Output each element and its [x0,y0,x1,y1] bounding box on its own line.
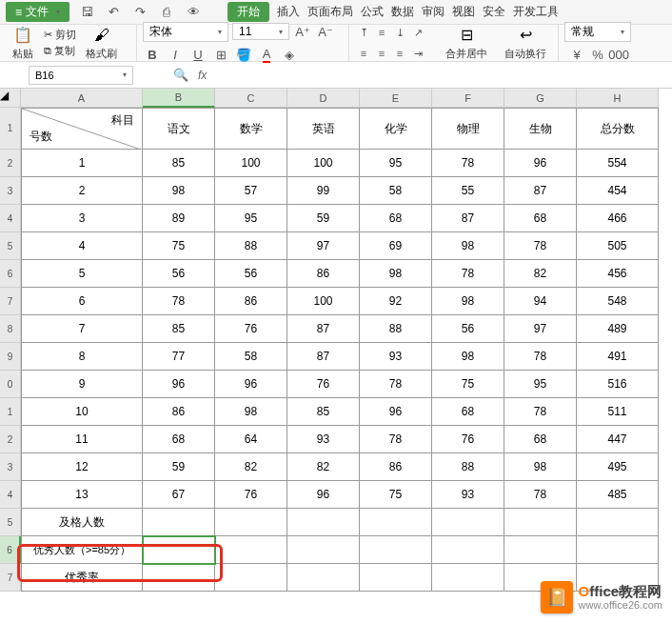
copy-button[interactable]: ⧉ 复制 [44,44,76,58]
cell[interactable] [577,509,659,536]
data-cell[interactable]: 78 [504,481,577,509]
tab-security[interactable]: 安全 [483,4,505,20]
row-header[interactable]: 3 [0,453,21,481]
data-cell[interactable]: 58 [360,177,432,205]
diagonal-header-cell[interactable]: 科目 号数 [21,108,143,150]
tab-review[interactable]: 审阅 [422,4,445,20]
row-header[interactable]: 8 [0,315,21,343]
data-cell[interactable]: 87 [287,343,360,371]
data-cell[interactable]: 87 [287,315,360,343]
col-header-C[interactable]: C [215,89,287,108]
data-cell[interactable]: 78 [432,260,504,288]
data-cell[interactable]: 95 [504,371,577,398]
data-cell[interactable]: 76 [432,426,504,453]
increase-font-icon[interactable]: A⁺ [293,22,312,41]
row-id-cell[interactable]: 4 [21,232,143,260]
data-cell[interactable]: 495 [577,453,659,481]
select-all-corner[interactable]: ◢ [0,89,21,108]
font-name-select[interactable]: 宋体▾ [143,22,228,42]
orientation-icon[interactable]: ↗ [409,24,426,41]
data-cell[interactable]: 88 [215,232,287,260]
data-cell[interactable]: 69 [360,232,432,260]
col-header-H[interactable]: H [577,89,659,108]
redo-icon[interactable]: ↷ [130,3,149,22]
data-cell[interactable]: 96 [215,371,287,398]
data-cell[interactable]: 57 [215,177,287,205]
row-id-cell[interactable]: 2 [21,177,143,205]
tab-formula[interactable]: 公式 [361,4,384,20]
cell[interactable] [432,536,504,564]
pass-count-label[interactable]: 及格人数 [21,509,143,536]
name-box[interactable]: B16▾ [29,66,133,85]
col-header-B[interactable]: B [143,89,215,108]
header-cell[interactable]: 总分数 [577,108,659,150]
data-cell[interactable]: 68 [360,205,432,232]
more-icon[interactable]: ◈ [280,46,299,65]
header-cell[interactable]: 物理 [432,108,504,150]
data-cell[interactable]: 100 [287,288,360,315]
merge-button[interactable]: ⊟ 合并居中 [440,24,493,63]
excellent-rate-label[interactable]: 优秀率 [21,564,143,592]
data-cell[interactable]: 99 [287,177,360,205]
data-cell[interactable]: 505 [577,232,659,260]
data-cell[interactable]: 93 [432,481,504,509]
cell[interactable] [577,536,659,564]
data-cell[interactable]: 59 [143,453,215,481]
data-cell[interactable]: 78 [504,398,577,426]
data-cell[interactable]: 96 [143,371,215,398]
data-cell[interactable]: 76 [215,481,287,509]
row-id-cell[interactable]: 8 [21,343,143,371]
data-cell[interactable]: 68 [504,205,577,232]
cell[interactable] [215,509,287,536]
data-cell[interactable]: 485 [577,481,659,509]
row-id-cell[interactable]: 3 [21,205,143,232]
row-header[interactable]: 1 [0,398,21,426]
data-cell[interactable]: 56 [143,260,215,288]
data-cell[interactable]: 516 [577,371,659,398]
data-cell[interactable]: 88 [432,453,504,481]
currency-icon[interactable]: ¥ [567,46,586,65]
data-cell[interactable]: 68 [432,398,504,426]
data-cell[interactable]: 489 [577,315,659,343]
row-header-16[interactable]: 6 [0,536,21,564]
tab-start[interactable]: 开始 [227,2,269,22]
data-cell[interactable]: 491 [577,343,659,371]
data-cell[interactable]: 78 [432,150,504,177]
data-cell[interactable]: 85 [143,315,215,343]
percent-icon[interactable]: % [588,46,607,65]
number-format-select[interactable]: 常规▾ [564,22,631,42]
align-bottom-icon[interactable]: ⤓ [391,24,408,41]
row-id-cell[interactable]: 11 [21,426,143,453]
row-header[interactable]: 4 [0,205,21,232]
col-header-A[interactable]: A [21,89,143,108]
row-id-cell[interactable]: 7 [21,315,143,343]
data-cell[interactable]: 58 [215,343,287,371]
wrap-button[interactable]: ↩ 自动换行 [499,24,552,63]
align-right-icon[interactable]: ≡ [391,45,408,62]
cell[interactable] [432,509,504,536]
data-cell[interactable]: 77 [143,343,215,371]
tab-dev[interactable]: 开发工具 [513,4,559,20]
align-center-icon[interactable]: ≡ [373,45,390,62]
row-id-cell[interactable]: 12 [21,453,143,481]
align-left-icon[interactable]: ≡ [355,45,372,62]
data-cell[interactable]: 511 [577,398,659,426]
data-cell[interactable]: 78 [504,343,577,371]
data-cell[interactable]: 96 [360,398,432,426]
data-cell[interactable]: 82 [215,453,287,481]
data-cell[interactable]: 85 [143,150,215,177]
cell[interactable] [504,509,577,536]
row-header[interactable]: 7 [0,288,21,315]
tab-view[interactable]: 视图 [452,4,475,20]
align-middle-icon[interactable]: ≡ [373,24,390,41]
cell[interactable] [215,564,287,592]
data-cell[interactable]: 76 [215,315,287,343]
data-cell[interactable]: 548 [577,288,659,315]
data-cell[interactable]: 96 [504,150,577,177]
indent-icon[interactable]: ⇥ [409,45,426,62]
data-cell[interactable]: 86 [360,453,432,481]
data-cell[interactable]: 78 [504,232,577,260]
data-cell[interactable]: 56 [215,260,287,288]
fill-color-icon[interactable]: 🪣 [234,46,253,65]
row-header-15[interactable]: 5 [0,509,21,536]
